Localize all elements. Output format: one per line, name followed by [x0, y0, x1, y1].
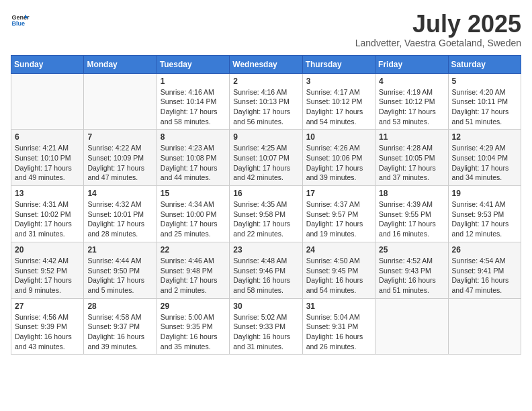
day-info: Sunrise: 4:37 AM Sunset: 9:57 PM Dayligh…: [306, 199, 371, 239]
day-number: 30: [233, 302, 298, 311]
day-number: 16: [233, 189, 298, 198]
calendar-table: SundayMondayTuesdayWednesdayThursdayFrid…: [11, 55, 521, 355]
day-info: Sunrise: 4:56 AM Sunset: 9:39 PM Dayligh…: [15, 312, 80, 352]
day-info: Sunrise: 5:04 AM Sunset: 9:31 PM Dayligh…: [306, 312, 371, 352]
calendar-cell: 19Sunrise: 4:41 AM Sunset: 9:53 PM Dayli…: [448, 186, 521, 242]
calendar-cell: 6Sunrise: 4:21 AM Sunset: 10:10 PM Dayli…: [11, 130, 84, 186]
week-row-3: 20Sunrise: 4:42 AM Sunset: 9:52 PM Dayli…: [11, 242, 521, 298]
calendar-cell: 24Sunrise: 4:50 AM Sunset: 9:45 PM Dayli…: [302, 242, 375, 298]
calendar-cell: 5Sunrise: 4:20 AM Sunset: 10:11 PM Dayli…: [448, 73, 521, 130]
weekday-header-saturday: Saturday: [448, 55, 521, 73]
day-info: Sunrise: 4:34 AM Sunset: 10:00 PM Daylig…: [161, 199, 226, 239]
day-info: Sunrise: 4:52 AM Sunset: 9:43 PM Dayligh…: [379, 256, 444, 295]
weekday-header-sunday: Sunday: [11, 55, 84, 73]
day-info: Sunrise: 4:20 AM Sunset: 10:11 PM Daylig…: [452, 87, 517, 127]
calendar-cell: 4Sunrise: 4:19 AM Sunset: 10:12 PM Dayli…: [375, 73, 448, 130]
day-info: Sunrise: 4:35 AM Sunset: 9:58 PM Dayligh…: [233, 199, 298, 239]
day-info: Sunrise: 4:17 AM Sunset: 10:12 PM Daylig…: [306, 87, 371, 127]
subtitle: Landvetter, Vaestra Goetaland, Sweden: [355, 38, 521, 48]
day-number: 17: [306, 189, 371, 198]
calendar-cell: 17Sunrise: 4:37 AM Sunset: 9:57 PM Dayli…: [302, 186, 375, 242]
calendar-cell: 3Sunrise: 4:17 AM Sunset: 10:12 PM Dayli…: [302, 73, 375, 130]
day-number: 22: [161, 245, 226, 255]
day-info: Sunrise: 4:31 AM Sunset: 10:02 PM Daylig…: [15, 199, 80, 239]
day-number: 11: [379, 132, 444, 142]
day-number: 25: [379, 245, 444, 255]
day-number: 28: [87, 302, 152, 311]
day-info: Sunrise: 4:39 AM Sunset: 9:55 PM Dayligh…: [379, 199, 444, 239]
calendar-cell: 15Sunrise: 4:34 AM Sunset: 10:00 PM Dayl…: [157, 186, 229, 242]
day-info: Sunrise: 4:48 AM Sunset: 9:46 PM Dayligh…: [233, 256, 298, 295]
day-number: 10: [306, 132, 371, 142]
day-info: Sunrise: 4:41 AM Sunset: 9:53 PM Dayligh…: [452, 199, 517, 239]
day-info: Sunrise: 5:00 AM Sunset: 9:35 PM Dayligh…: [161, 312, 226, 352]
calendar-cell: [375, 298, 448, 355]
day-number: 3: [306, 77, 371, 86]
day-info: Sunrise: 4:28 AM Sunset: 10:05 PM Daylig…: [379, 143, 444, 183]
weekday-header-row: SundayMondayTuesdayWednesdayThursdayFrid…: [11, 55, 521, 73]
day-info: Sunrise: 4:32 AM Sunset: 10:01 PM Daylig…: [87, 199, 152, 239]
calendar-cell: 7Sunrise: 4:22 AM Sunset: 10:09 PM Dayli…: [84, 130, 157, 186]
weekday-header-monday: Monday: [84, 55, 157, 73]
day-number: 4: [379, 77, 444, 86]
calendar-cell: 8Sunrise: 4:23 AM Sunset: 10:08 PM Dayli…: [157, 130, 229, 186]
day-number: 7: [87, 132, 152, 142]
day-number: 8: [161, 132, 226, 142]
logo-icon: General Blue: [11, 11, 30, 30]
week-row-1: 6Sunrise: 4:21 AM Sunset: 10:10 PM Dayli…: [11, 130, 521, 186]
day-number: 26: [452, 245, 517, 255]
day-number: 12: [452, 132, 517, 142]
calendar-cell: 26Sunrise: 4:54 AM Sunset: 9:41 PM Dayli…: [448, 242, 521, 298]
calendar-cell: 1Sunrise: 4:16 AM Sunset: 10:14 PM Dayli…: [157, 73, 229, 130]
day-number: 2: [233, 77, 298, 86]
calendar-cell: 31Sunrise: 5:04 AM Sunset: 9:31 PM Dayli…: [302, 298, 375, 355]
day-number: 24: [306, 245, 371, 255]
day-number: 23: [233, 245, 298, 255]
day-info: Sunrise: 4:22 AM Sunset: 10:09 PM Daylig…: [87, 143, 152, 183]
day-info: Sunrise: 4:21 AM Sunset: 10:10 PM Daylig…: [15, 143, 80, 183]
day-info: Sunrise: 4:42 AM Sunset: 9:52 PM Dayligh…: [15, 256, 80, 295]
day-info: Sunrise: 4:44 AM Sunset: 9:50 PM Dayligh…: [87, 256, 152, 295]
calendar-cell: 10Sunrise: 4:26 AM Sunset: 10:06 PM Dayl…: [302, 130, 375, 186]
calendar-cell: 13Sunrise: 4:31 AM Sunset: 10:02 PM Dayl…: [11, 186, 84, 242]
day-info: Sunrise: 4:54 AM Sunset: 9:41 PM Dayligh…: [452, 256, 517, 295]
day-info: Sunrise: 4:25 AM Sunset: 10:07 PM Daylig…: [233, 143, 298, 183]
day-info: Sunrise: 4:23 AM Sunset: 10:08 PM Daylig…: [161, 143, 226, 183]
calendar-cell: [448, 298, 521, 355]
weekday-header-friday: Friday: [375, 55, 448, 73]
day-info: Sunrise: 4:58 AM Sunset: 9:37 PM Dayligh…: [87, 312, 152, 352]
day-number: 18: [379, 189, 444, 198]
day-number: 15: [161, 189, 226, 198]
logo: General Blue: [11, 11, 30, 30]
day-number: 5: [452, 77, 517, 86]
calendar-cell: 2Sunrise: 4:16 AM Sunset: 10:13 PM Dayli…: [230, 73, 302, 130]
calendar-cell: 25Sunrise: 4:52 AM Sunset: 9:43 PM Dayli…: [375, 242, 448, 298]
day-number: 20: [15, 245, 80, 255]
weekday-header-tuesday: Tuesday: [157, 55, 229, 73]
day-info: Sunrise: 5:02 AM Sunset: 9:33 PM Dayligh…: [233, 312, 298, 352]
calendar-cell: 18Sunrise: 4:39 AM Sunset: 9:55 PM Dayli…: [375, 186, 448, 242]
day-number: 14: [87, 189, 152, 198]
day-info: Sunrise: 4:29 AM Sunset: 10:04 PM Daylig…: [452, 143, 517, 183]
day-number: 13: [15, 189, 80, 198]
day-info: Sunrise: 4:19 AM Sunset: 10:12 PM Daylig…: [379, 87, 444, 127]
day-number: 1: [161, 77, 226, 86]
calendar-cell: 23Sunrise: 4:48 AM Sunset: 9:46 PM Dayli…: [230, 242, 302, 298]
week-row-2: 13Sunrise: 4:31 AM Sunset: 10:02 PM Dayl…: [11, 186, 521, 242]
day-info: Sunrise: 4:26 AM Sunset: 10:06 PM Daylig…: [306, 143, 371, 183]
calendar-cell: 28Sunrise: 4:58 AM Sunset: 9:37 PM Dayli…: [84, 298, 157, 355]
day-number: 6: [15, 132, 80, 142]
day-info: Sunrise: 4:16 AM Sunset: 10:14 PM Daylig…: [161, 87, 226, 127]
day-number: 19: [452, 189, 517, 198]
day-number: 9: [233, 132, 298, 142]
week-row-0: 1Sunrise: 4:16 AM Sunset: 10:14 PM Dayli…: [11, 73, 521, 130]
calendar-cell: 14Sunrise: 4:32 AM Sunset: 10:01 PM Dayl…: [84, 186, 157, 242]
day-info: Sunrise: 4:50 AM Sunset: 9:45 PM Dayligh…: [306, 256, 371, 295]
day-info: Sunrise: 4:46 AM Sunset: 9:48 PM Dayligh…: [161, 256, 226, 295]
calendar-cell: 12Sunrise: 4:29 AM Sunset: 10:04 PM Dayl…: [448, 130, 521, 186]
week-row-4: 27Sunrise: 4:56 AM Sunset: 9:39 PM Dayli…: [11, 298, 521, 355]
svg-text:Blue: Blue: [11, 20, 25, 27]
main-title: July 2025: [355, 11, 521, 38]
calendar-cell: 22Sunrise: 4:46 AM Sunset: 9:48 PM Dayli…: [157, 242, 229, 298]
calendar-cell: [11, 73, 84, 130]
